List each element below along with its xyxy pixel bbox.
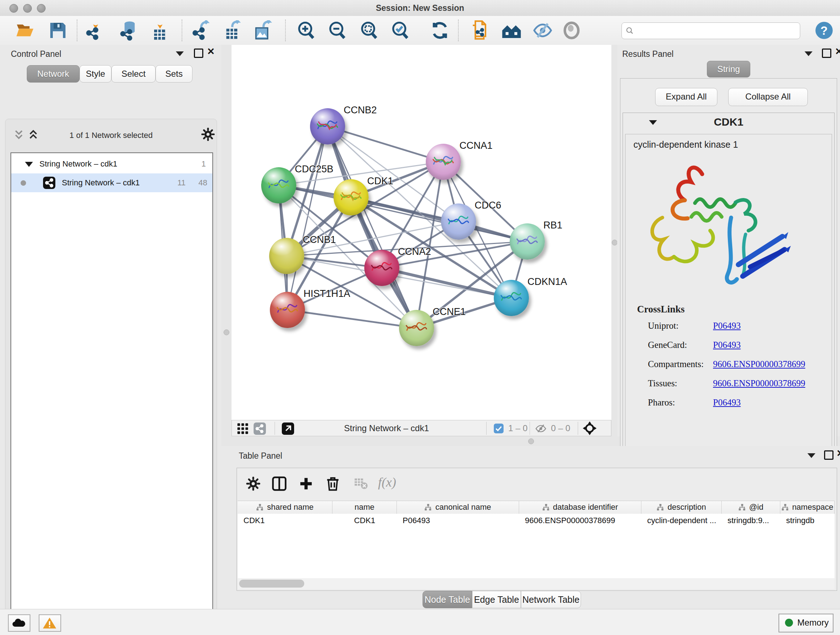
cloud-button[interactable] <box>8 614 30 632</box>
left-splitter[interactable] <box>221 45 232 436</box>
zoom-out-icon[interactable] <box>327 20 347 41</box>
protein-node-cdk1[interactable] <box>333 179 369 215</box>
delete-column-trash-icon[interactable] <box>325 476 340 491</box>
protein-node-ccne1[interactable] <box>399 310 434 346</box>
network-tree-row[interactable]: String Network – cdk11 <box>11 155 212 173</box>
protein-node-cdc25b[interactable] <box>261 167 296 203</box>
table-panel-float-icon[interactable] <box>807 453 815 458</box>
refresh-icon[interactable] <box>430 20 450 41</box>
table-cell[interactable]: cyclin-dependent ... <box>647 516 720 525</box>
birdseye-crosshair-icon[interactable] <box>583 421 597 435</box>
table-cell[interactable]: CDK1 <box>332 516 397 525</box>
view-mode-share-icon[interactable] <box>254 423 266 435</box>
protein-node-ccna2[interactable] <box>364 250 399 286</box>
search-field[interactable] <box>622 22 800 39</box>
open-session-icon[interactable] <box>15 20 35 41</box>
network-edge[interactable] <box>287 126 327 310</box>
selected-checkbox-icon[interactable] <box>494 424 504 433</box>
crosslink-link[interactable]: 9606.ENSP00000378699 <box>713 359 805 369</box>
export-table-icon[interactable] <box>222 20 242 41</box>
network-edge[interactable] <box>327 126 443 162</box>
tree-expander-icon[interactable] <box>25 162 33 167</box>
detach-view-icon[interactable] <box>282 423 294 435</box>
table-cell[interactable]: stringdb:9... <box>728 516 779 525</box>
save-session-icon[interactable] <box>48 20 68 41</box>
column-header-namespace[interactable]: namespace <box>780 501 835 514</box>
table-cell[interactable]: CDK1 <box>243 516 331 525</box>
crosslink-link[interactable]: 9606.ENSP00000378699 <box>713 378 805 388</box>
help-icon[interactable]: ? <box>815 21 834 40</box>
control-panel-close-icon[interactable]: ✕ <box>207 48 215 55</box>
splitter-handle[interactable] <box>224 329 229 335</box>
show-columns-icon[interactable] <box>272 476 287 491</box>
add-column-icon[interactable] <box>298 476 314 491</box>
network-canvas[interactable]: CCNB2CCNA1CDC25BCDK1CDC6RB1CCNB1CCNA2CDK… <box>232 45 611 420</box>
collapse-all-button[interactable]: Collapse All <box>728 88 808 106</box>
gear-icon[interactable] <box>201 127 215 141</box>
tab-string[interactable]: String <box>707 61 750 78</box>
scrollbar-thumb[interactable] <box>239 580 304 587</box>
table-cell[interactable]: stringdb <box>786 516 833 525</box>
crosslink-link[interactable]: P06493 <box>713 340 741 350</box>
column-header-shared-name[interactable]: shared name <box>238 501 332 514</box>
import-table-icon[interactable] <box>149 20 169 41</box>
ribbon-thumbnail <box>274 298 300 318</box>
results-panel-float-icon[interactable] <box>805 51 813 56</box>
control-panel-maximize-icon[interactable] <box>194 49 203 58</box>
column-header-name[interactable]: name <box>332 501 397 514</box>
expand-all-button[interactable]: Expand All <box>655 88 717 106</box>
hide-eye-slash-icon[interactable] <box>532 20 553 41</box>
import-database-icon[interactable] <box>118 20 139 41</box>
show-eye-icon[interactable] <box>561 20 582 41</box>
protein-node-ccnb1[interactable] <box>269 238 304 274</box>
table-panel-close-icon[interactable]: ✕ <box>836 450 840 457</box>
column-header-canonical-name[interactable]: canonical name <box>397 501 519 514</box>
protein-node-ccna1[interactable] <box>426 144 461 180</box>
splitter-handle[interactable] <box>612 240 617 245</box>
right-splitter[interactable] <box>611 45 617 436</box>
protein-node-cdc6[interactable] <box>441 203 476 240</box>
table-horizontal-scrollbar[interactable] <box>238 578 835 589</box>
column-header-database-identifier[interactable]: database identifier <box>519 501 641 514</box>
results-panel-close-icon[interactable]: ✕ <box>835 48 840 55</box>
export-network-icon[interactable] <box>191 20 211 41</box>
table-cell[interactable]: 9606.ENSP00000378699 <box>525 516 640 525</box>
tab-select[interactable]: Select <box>111 65 156 82</box>
network-edge[interactable] <box>287 310 416 328</box>
column-header-@id[interactable]: @id <box>722 501 780 514</box>
tab-edge-table[interactable]: Edge Table <box>472 591 521 608</box>
zoom-in-icon[interactable] <box>296 20 316 41</box>
crosslink-link[interactable]: P06493 <box>713 321 741 331</box>
grid-mode-icon[interactable] <box>237 423 248 434</box>
protein-node-cdkn1a[interactable] <box>494 280 529 316</box>
string-results-box: Expand All Collapse All CDK1 cyclin-depe… <box>620 78 837 474</box>
gene-description: cyclin-dependent kinase 1 <box>633 139 738 150</box>
protein-node-rb1[interactable] <box>510 223 545 260</box>
protein-node-ccnb2[interactable] <box>310 108 345 144</box>
gear-icon[interactable] <box>246 476 261 491</box>
crosslink-link[interactable]: P06493 <box>713 397 741 408</box>
network-tree-row[interactable]: String Network – cdk11148 <box>11 173 212 192</box>
warnings-button[interactable] <box>39 614 61 632</box>
zoom-fit-icon[interactable] <box>359 20 379 41</box>
tab-network[interactable]: Network <box>27 65 80 82</box>
import-network-icon[interactable] <box>85 20 105 41</box>
zoom-selected-icon[interactable] <box>390 20 410 41</box>
tab-style[interactable]: Style <box>80 65 111 82</box>
crosslink-label: GeneCard: <box>648 340 687 350</box>
table-cell[interactable]: P06493 <box>403 516 518 525</box>
search-input[interactable] <box>638 24 795 36</box>
export-image-icon[interactable] <box>253 20 273 41</box>
column-header-description[interactable]: description <box>641 501 722 514</box>
tab-sets[interactable]: Sets <box>156 65 193 82</box>
tab-network-table[interactable]: Network Table <box>521 591 581 608</box>
control-panel-float-icon[interactable] <box>176 51 184 56</box>
results-panel-maximize-icon[interactable] <box>822 49 831 58</box>
protein-node-hist1h1a[interactable] <box>270 292 305 328</box>
memory-button[interactable]: Memory <box>778 614 834 632</box>
network-from-document-icon[interactable] <box>470 20 491 41</box>
table-panel-maximize-icon[interactable] <box>824 450 834 460</box>
splitter-handle[interactable] <box>528 439 534 444</box>
houses-icon[interactable] <box>501 20 522 41</box>
tab-node-table[interactable]: Node Table <box>423 591 472 608</box>
